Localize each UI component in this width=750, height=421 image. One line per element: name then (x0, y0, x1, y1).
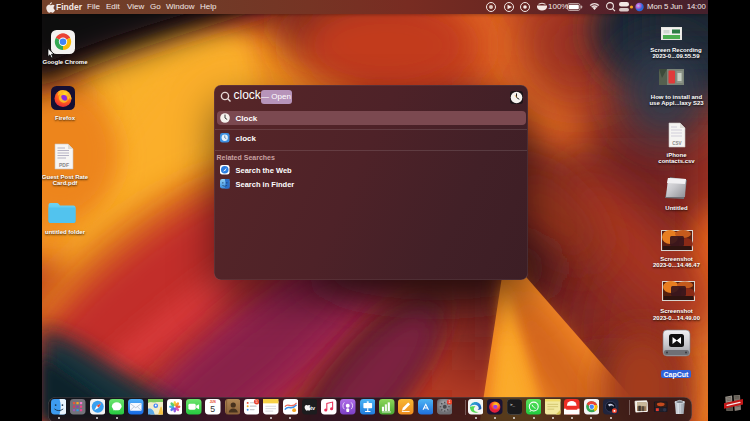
svg-text:5: 5 (211, 404, 216, 414)
svg-text:5: 5 (255, 399, 257, 404)
svg-text:>_: >_ (509, 402, 515, 407)
svg-text:1: 1 (448, 399, 450, 404)
svg-text:tv: tv (310, 405, 316, 411)
svg-text:PDF: PDF (59, 162, 69, 168)
svg-text:CSV: CSV (672, 141, 681, 146)
